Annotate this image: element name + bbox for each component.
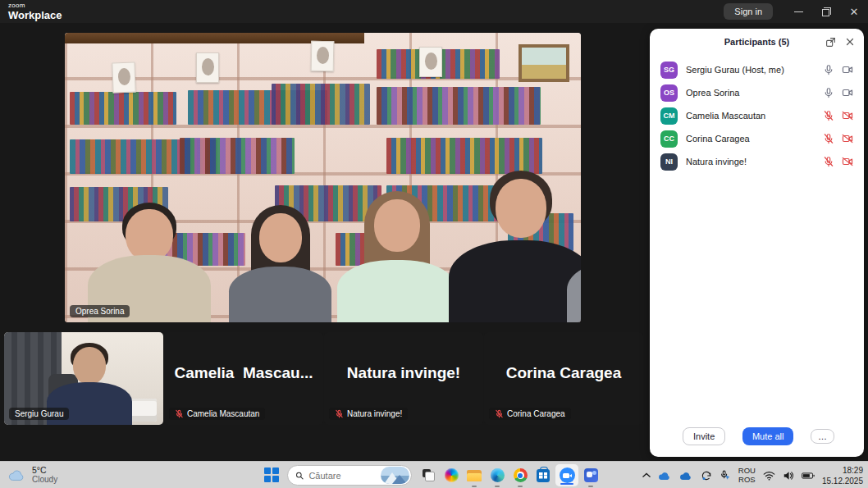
language-indicator[interactable]: ROUROS bbox=[738, 467, 756, 485]
invite-button[interactable]: Invite bbox=[683, 427, 725, 445]
camera-icon[interactable] bbox=[842, 64, 853, 75]
weather-widget[interactable]: 5°C Cloudy bbox=[8, 462, 57, 488]
tray-date: 15.12.2025 bbox=[822, 477, 863, 486]
wifi-tray-button[interactable] bbox=[763, 471, 775, 481]
search-input[interactable] bbox=[308, 471, 381, 481]
speaker-icon bbox=[783, 471, 794, 481]
tile-name: Corina Caragea bbox=[507, 409, 565, 418]
book-row bbox=[377, 87, 541, 125]
battery-icon bbox=[802, 472, 815, 480]
book-row bbox=[272, 84, 370, 125]
edge-button[interactable] bbox=[486, 462, 509, 488]
copilot-button[interactable] bbox=[440, 462, 463, 488]
sign-in-button[interactable]: Sign in bbox=[724, 3, 773, 20]
close-button[interactable]: ✕ bbox=[840, 0, 868, 23]
person-figure bbox=[229, 203, 331, 322]
popout-panel-button[interactable] bbox=[825, 36, 836, 48]
zoom-workplace-window: zoom Workplace Sign in ✕ bbox=[0, 0, 868, 488]
participant-row[interactable]: OS Oprea Sorina bbox=[650, 81, 864, 104]
start-button[interactable] bbox=[264, 467, 280, 483]
camera-muted-icon[interactable] bbox=[842, 133, 853, 144]
participant-row[interactable]: SG Sergiu Gurau (Host, me) bbox=[650, 58, 864, 81]
chrome-button[interactable] bbox=[509, 462, 532, 488]
logo-workplace-text: Workplace bbox=[8, 10, 62, 21]
titlebar: zoom Workplace Sign in ✕ bbox=[0, 0, 868, 23]
participant-row[interactable]: NI Natura invinge! bbox=[650, 150, 864, 173]
cloud-icon bbox=[658, 471, 672, 481]
close-panel-button[interactable] bbox=[844, 36, 856, 48]
main-speaker-video[interactable]: Oprea Sorina bbox=[65, 33, 581, 322]
onedrive-personal-button[interactable] bbox=[658, 471, 672, 481]
mic-muted-icon[interactable] bbox=[823, 110, 834, 121]
participant-row[interactable]: CC Corina Caragea bbox=[650, 127, 864, 150]
video-tile-natura[interactable]: Natura invinge! Natura invinge! bbox=[324, 332, 483, 425]
mic-muted-icon bbox=[175, 409, 184, 418]
camera-muted-icon[interactable] bbox=[842, 110, 853, 121]
popout-icon bbox=[825, 37, 836, 48]
microsoft-store-button[interactable] bbox=[532, 462, 555, 488]
tile-name-badge: Corina Caragea bbox=[489, 408, 571, 420]
sync-tray-button[interactable] bbox=[701, 470, 712, 481]
volume-tray-button[interactable] bbox=[783, 471, 794, 481]
more-options-button[interactable]: … bbox=[811, 429, 834, 444]
avatar: CM bbox=[660, 107, 678, 125]
person-figure bbox=[88, 199, 211, 322]
avatar: NI bbox=[660, 153, 678, 171]
file-explorer-button[interactable] bbox=[463, 462, 486, 488]
mic-muted-icon bbox=[495, 409, 504, 418]
minimize-button[interactable] bbox=[784, 0, 812, 23]
participant-name: Corina Caragea bbox=[686, 134, 823, 144]
search-daily-image[interactable] bbox=[381, 467, 409, 484]
participants-title: Participants (5) bbox=[724, 37, 789, 47]
onedrive-business-button[interactable] bbox=[679, 471, 693, 481]
mic-icon[interactable] bbox=[823, 64, 834, 75]
taskbar-app-icons bbox=[417, 462, 602, 488]
search-box[interactable] bbox=[287, 465, 412, 486]
logo-zoom-text: zoom bbox=[8, 2, 62, 9]
portrait-frame bbox=[196, 52, 219, 83]
portrait-frame bbox=[419, 47, 442, 77]
tile-name-badge: Camelia Mascautan bbox=[169, 408, 265, 420]
video-tile-corina[interactable]: Corina Caragea Corina Caragea bbox=[484, 332, 643, 425]
zoom-app-button[interactable] bbox=[555, 464, 578, 486]
weather-condition: Cloudy bbox=[32, 475, 57, 485]
wifi-icon bbox=[763, 471, 775, 481]
close-icon bbox=[845, 37, 855, 47]
participants-panel: Participants (5) SG Sergiu Gurau (Host, … bbox=[650, 29, 864, 457]
clock-tray[interactable]: 18:2915.12.2025 bbox=[822, 465, 863, 486]
participant-name: Sergiu Gurau (Host, me) bbox=[686, 65, 823, 75]
task-view-button[interactable] bbox=[417, 462, 440, 488]
mic-icon[interactable] bbox=[823, 87, 834, 98]
mute-all-button[interactable]: Mute all bbox=[742, 427, 794, 445]
person-figure bbox=[567, 199, 581, 322]
weather-temp: 5°C bbox=[32, 465, 57, 476]
language-line2: ROS bbox=[738, 475, 756, 484]
participants-panel-header: Participants (5) bbox=[650, 29, 864, 55]
avatar: OS bbox=[660, 84, 678, 102]
portrait-frame bbox=[311, 41, 335, 71]
avatar: SG bbox=[660, 62, 678, 79]
edge-icon bbox=[491, 468, 505, 482]
restore-button[interactable] bbox=[812, 0, 840, 23]
teams-button[interactable] bbox=[579, 462, 602, 488]
tray-chevron-button[interactable] bbox=[642, 472, 651, 478]
mic-muted-icon[interactable] bbox=[823, 156, 834, 167]
video-tile-camelia[interactable]: Camelia Mascau... Camelia Mascautan bbox=[164, 332, 323, 425]
sync-icon bbox=[701, 470, 712, 481]
video-tile-sergiu[interactable]: Sergiu Gurau bbox=[4, 332, 163, 425]
active-speaker-name: Oprea Sorina bbox=[75, 307, 124, 316]
mic-muted-icon[interactable] bbox=[823, 133, 834, 144]
restore-icon bbox=[822, 7, 830, 16]
participant-row[interactable]: CM Camelia Mascautan bbox=[650, 104, 864, 127]
participants-list: SG Sergiu Gurau (Host, me) OS Oprea Sori… bbox=[650, 55, 864, 173]
book-row bbox=[180, 138, 295, 174]
camera-muted-icon[interactable] bbox=[842, 156, 853, 167]
file-explorer-icon bbox=[467, 470, 482, 481]
battery-tray-button[interactable] bbox=[802, 472, 815, 480]
voice-access-button[interactable] bbox=[720, 470, 731, 481]
system-tray: ROUROS 18:2915.12.2025 bbox=[642, 462, 863, 488]
person-figure bbox=[337, 191, 456, 322]
book-row bbox=[386, 138, 542, 174]
zoom-app-icon bbox=[560, 467, 575, 483]
camera-icon[interactable] bbox=[842, 87, 853, 98]
